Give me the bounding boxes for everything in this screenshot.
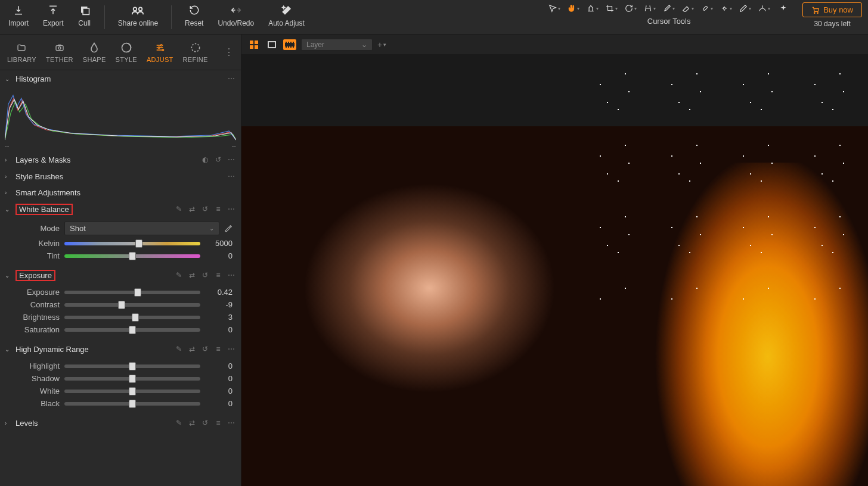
heal-tool[interactable]: ▾: [700, 2, 714, 14]
pointer-tool[interactable]: ▾: [547, 2, 562, 14]
cull-label: Cull: [78, 19, 91, 27]
tab-style[interactable]: STYLE: [111, 38, 142, 67]
tabs-more-button[interactable]: ⋮: [219, 46, 238, 58]
undo-redo-label: Undo/Redo: [218, 19, 254, 27]
link-icon[interactable]: ⇄: [187, 418, 197, 428]
layer-select[interactable]: Layer ⌄: [301, 39, 373, 51]
reset-icon: [188, 4, 201, 17]
share-button[interactable]: Share online: [116, 2, 160, 29]
reset-icon[interactable]: ↺: [200, 204, 210, 214]
buy-now-button[interactable]: Buy now: [802, 2, 862, 17]
reset-icon[interactable]: ↺: [200, 344, 210, 354]
add-layer-button[interactable]: +▾: [377, 40, 386, 49]
white-slider[interactable]: [64, 390, 200, 393]
contrast-slider[interactable]: [64, 303, 200, 307]
draw-tool[interactable]: ▾: [757, 2, 771, 14]
crop-tool[interactable]: ▾: [604, 2, 619, 14]
menu-icon[interactable]: ≡: [213, 270, 223, 280]
folder-icon: [14, 42, 29, 54]
tab-refine[interactable]: REFINE: [178, 38, 213, 67]
reset-icon[interactable]: ↺: [213, 155, 223, 164]
more-icon[interactable]: ⋯: [227, 204, 236, 214]
edit-icon[interactable]: ✎: [174, 204, 184, 214]
rotate-tool[interactable]: ▾: [624, 2, 638, 14]
undo-redo-button[interactable]: Undo/Redo: [215, 2, 256, 29]
reset-icon[interactable]: ↺: [200, 418, 210, 428]
menu-icon[interactable]: ≡: [213, 418, 223, 428]
auto-adjust-button[interactable]: Auto Adjust: [266, 2, 307, 29]
svg-rect-15: [250, 40, 253, 44]
kelvin-slider[interactable]: [64, 242, 200, 245]
auto-adjust-label: Auto Adjust: [268, 19, 305, 27]
menu-icon[interactable]: ≡: [213, 204, 223, 214]
svg-point-7: [817, 12, 819, 13]
more-icon[interactable]: ⋯: [227, 418, 236, 428]
more-icon[interactable]: ⋯: [227, 155, 236, 164]
edit-icon[interactable]: ✎: [174, 270, 184, 280]
brightness-slider[interactable]: [64, 316, 200, 319]
sparkle-tool[interactable]: [776, 2, 790, 14]
wb-mode-select[interactable]: Shot ⌄: [64, 222, 219, 235]
chevron-down-icon: ⌄: [5, 76, 12, 82]
buy-now-label: Buy now: [823, 5, 853, 14]
histogram-header[interactable]: ⌄ Histogram ⋯: [0, 70, 241, 87]
tab-adjust[interactable]: ADJUST: [142, 38, 178, 67]
export-button[interactable]: Export: [41, 2, 66, 29]
wand-icon: [280, 4, 293, 17]
grid-view-button[interactable]: [247, 39, 261, 50]
link-icon[interactable]: ⇄: [187, 204, 197, 214]
undo-redo-icon: [230, 4, 243, 17]
shadow-value: 0: [205, 374, 236, 383]
import-icon: [12, 4, 25, 17]
brush-tool[interactable]: ▾: [662, 2, 676, 14]
import-button[interactable]: Import: [6, 2, 31, 29]
style-brushes-header[interactable]: › Style Brushes ⋯: [0, 168, 241, 185]
link-icon[interactable]: ⇄: [187, 344, 197, 354]
image-viewport[interactable]: [241, 55, 868, 486]
tint-slider[interactable]: [64, 254, 200, 258]
chevron-right-icon: ›: [5, 420, 12, 426]
reset-icon[interactable]: ↺: [200, 270, 210, 280]
reset-label: Reset: [185, 19, 203, 27]
more-icon[interactable]: ⋯: [227, 74, 236, 83]
exposure-header[interactable]: ⌄ Exposure ✎ ⇄ ↺ ≡ ⋯: [0, 267, 241, 284]
clone-tool[interactable]: ▾: [719, 2, 733, 14]
tab-tether[interactable]: TETHER: [41, 38, 78, 67]
black-slider[interactable]: [64, 402, 200, 406]
svg-point-6: [814, 12, 816, 13]
edit-icon[interactable]: ✎: [174, 344, 184, 354]
pen-tool[interactable]: ▾: [738, 2, 752, 14]
eyedropper-icon[interactable]: [224, 225, 236, 233]
hdr-header[interactable]: ⌄ High Dynamic Range ✎ ⇄ ↺ ≡ ⋯: [0, 341, 241, 357]
levels-header[interactable]: › Levels ✎ ⇄ ↺ ≡ ⋯: [0, 415, 241, 431]
tab-shape[interactable]: SHAPE: [78, 38, 111, 67]
edit-icon[interactable]: ✎: [174, 418, 184, 428]
hand-tool[interactable]: ▾: [566, 2, 581, 14]
mask-icon[interactable]: ◐: [200, 155, 210, 164]
svg-rect-18: [255, 45, 258, 49]
highlight-slider[interactable]: [64, 364, 200, 368]
svg-rect-16: [255, 40, 258, 44]
cull-button[interactable]: Cull: [76, 2, 94, 29]
svg-rect-26: [288, 46, 289, 48]
more-icon[interactable]: ⋯: [227, 270, 236, 280]
menu-icon[interactable]: ≡: [213, 344, 223, 354]
picker-tool[interactable]: ▾: [585, 2, 600, 14]
keystone-tool[interactable]: ▾: [643, 2, 657, 14]
exposure-slider[interactable]: [64, 291, 200, 294]
tab-library[interactable]: LIBRARY: [2, 38, 41, 67]
single-view-button[interactable]: [265, 39, 278, 50]
smart-adjustments-header[interactable]: › Smart Adjustments: [0, 185, 241, 201]
reset-button[interactable]: Reset: [182, 2, 206, 29]
more-icon[interactable]: ⋯: [227, 344, 236, 354]
erase-tool[interactable]: ▾: [681, 2, 695, 14]
more-icon[interactable]: ⋯: [227, 172, 236, 181]
chevron-down-icon: ⌄: [209, 225, 214, 232]
layers-masks-header[interactable]: › Layers & Masks ◐ ↺ ⋯: [0, 151, 241, 168]
shadow-slider[interactable]: [64, 377, 200, 381]
film-view-button[interactable]: [283, 39, 296, 50]
white-balance-header[interactable]: ⌄ White Balance ✎ ⇄ ↺ ≡ ⋯: [0, 201, 241, 217]
top-toolbar: Import Export Cull Share online Reset Un…: [0, 0, 868, 35]
link-icon[interactable]: ⇄: [187, 270, 197, 280]
saturation-slider[interactable]: [64, 328, 200, 332]
